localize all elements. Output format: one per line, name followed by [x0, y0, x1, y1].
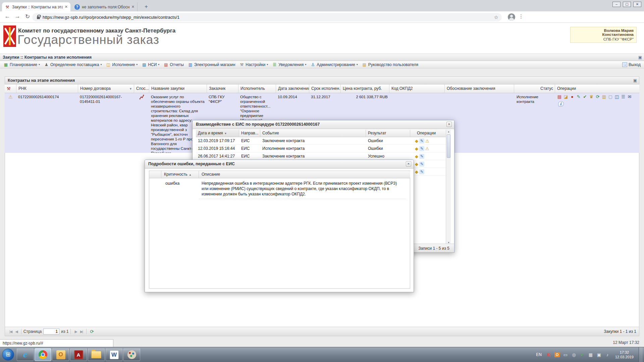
column-header-description[interactable]: Описание [199, 171, 410, 178]
taskbar-paint[interactable] [123, 348, 140, 361]
cell-result[interactable]: Ошибки [366, 145, 410, 153]
vertical-scrollbar[interactable]: ▲ ▼ [446, 130, 451, 244]
column-header-rnk[interactable]: РНК [16, 84, 78, 93]
cell-event[interactable]: Заключение контракта [260, 153, 366, 160]
document-edit-icon[interactable]: ✎ [419, 146, 424, 151]
column-header-executor[interactable]: Исполнитель [238, 84, 276, 93]
taskbar-internet-explorer[interactable]: e [17, 348, 34, 361]
cell-direction[interactable]: ЕИС [239, 145, 260, 153]
column-header-justification[interactable]: Обоснование заключения [445, 84, 514, 93]
scroll-down-icon[interactable]: ▼ [446, 241, 451, 244]
cell-event[interactable]: Исполнение контракта [260, 145, 366, 153]
taskbar-clock[interactable]: 17:32 12.03.2019 [615, 350, 634, 359]
close-window-button[interactable]: ✕ [633, 2, 641, 7]
column-header-okpd[interactable]: Код ОКПД2 [389, 84, 445, 93]
page-input[interactable] [43, 328, 59, 335]
cell-datetime[interactable]: 26.06.2017 14:41:27 [196, 153, 239, 160]
menu-user-manual[interactable]: ▤ Руководство пользователя [360, 61, 420, 68]
cell-datetime[interactable]: 12.03.2019 15:16:44 [196, 145, 239, 153]
taskbar-chrome[interactable] [35, 348, 51, 361]
outlook-tray-icon[interactable]: O [554, 352, 560, 357]
package-icon[interactable]: ◆ [415, 154, 418, 160]
edit-document-icon[interactable]: ✎ [576, 94, 581, 100]
prev-page-button[interactable]: ◀ [15, 329, 17, 334]
language-indicator[interactable]: EN [536, 352, 542, 357]
menu-eshop[interactable]: ▥ Электронный магазин [186, 61, 237, 68]
tab-contracts[interactable]: ⚒ Закупки :: Контракты на этапе и ✕ [2, 2, 70, 11]
start-button[interactable]: ⊞ [2, 349, 14, 361]
column-header-customer[interactable]: Заказчик [207, 84, 238, 93]
bookmark-star-icon[interactable]: ☆ [494, 14, 498, 20]
show-desktop-button[interactable] [639, 347, 643, 362]
column-header-name[interactable]: Название закупки [149, 84, 207, 93]
package-icon[interactable]: ◆ [415, 169, 418, 175]
column-header-method[interactable]: Спос... [134, 84, 149, 93]
cell-event[interactable]: Заключение контракта [260, 137, 366, 145]
column-header-deadline[interactable]: Срок исполнен... [309, 84, 341, 93]
minimize-button[interactable]: – [612, 2, 621, 7]
cell-severity[interactable]: ошибка [161, 178, 199, 186]
column-header-date[interactable]: Дата заключения [276, 84, 309, 93]
column-header-contract-number[interactable]: Номер договора▼ [78, 84, 134, 93]
document-icon[interactable]: ▢ [608, 94, 613, 100]
package-icon[interactable]: ◆ [415, 146, 418, 152]
last-page-button[interactable]: ▶| [80, 329, 83, 334]
column-header-status[interactable]: Статус [514, 84, 555, 93]
menu-execution[interactable]: ◫ Исполнение ▾ [104, 61, 140, 68]
menu-reports[interactable]: ▤ Отчеты [161, 61, 185, 68]
document-edit-icon[interactable]: ✎ [419, 138, 424, 143]
report-icon[interactable]: ▤ [557, 94, 562, 100]
menu-supplier-determination[interactable]: ♟ Определение поставщика ▾ [42, 61, 104, 68]
scroll-up-icon[interactable]: ▲ [446, 130, 451, 133]
display-icon[interactable]: ▦ [588, 352, 593, 357]
accept-icon[interactable]: ✔ [582, 94, 588, 100]
folder-icon[interactable]: ◪ [563, 94, 569, 100]
column-header-datetime[interactable]: Дата и время▼ [196, 130, 239, 137]
shutter-icon[interactable]: ◎ [571, 352, 577, 357]
menu-logout[interactable]: → Выход [620, 61, 643, 68]
column-header-price[interactable]: Цена контракта, руб. [341, 84, 389, 93]
taskbar-word[interactable]: W [106, 348, 122, 361]
kaspersky-icon[interactable]: K [546, 352, 551, 357]
column-header-result[interactable]: Результат [366, 130, 410, 137]
first-page-button[interactable]: |◀ [9, 329, 12, 334]
address-bar[interactable]: https://new.gz-spb.ru/#po/procedure/my/s… [32, 13, 502, 21]
cell-datetime[interactable]: 12.03.2019 17:09:17 [196, 137, 239, 145]
taskbar-adobe-reader[interactable]: A [70, 348, 87, 361]
printer-icon[interactable]: ▭ [563, 352, 568, 357]
cell-direction[interactable]: ЕИС [239, 137, 260, 145]
sync-icon[interactable]: ⟳ [595, 94, 600, 100]
package-icon[interactable]: ◆ [415, 162, 418, 168]
dialog-header[interactable]: Взаимодействие с ЕИС по процедуре 017220… [193, 120, 454, 129]
scrollbar-thumb[interactable] [447, 134, 450, 158]
panel-tool-icon[interactable]: ▣ [633, 78, 637, 83]
column-header-severity[interactable]: Критичность▲ [161, 171, 199, 178]
menu-notifications[interactable]: ☰ Уведомления ▾ [270, 61, 308, 68]
tab-close-icon[interactable]: ✕ [65, 5, 68, 9]
cell-direction[interactable]: ЕИС [239, 153, 260, 160]
document-edit-icon[interactable]: ✎ [419, 154, 424, 159]
cell-contract-number[interactable]: 0172200002614000167-0145411-01 [78, 93, 134, 153]
cell-status[interactable]: Исполнение контракта [514, 93, 555, 153]
close-icon[interactable]: ✕ [406, 161, 411, 167]
info-icon[interactable]: i [558, 101, 564, 107]
maximize-button[interactable]: ▢ [623, 2, 631, 7]
package-icon[interactable]: ◆ [415, 138, 418, 144]
taskbar-explorer[interactable] [88, 348, 105, 361]
browser-menu-icon[interactable]: ⋮ [519, 13, 524, 19]
new-tab-button[interactable]: + [142, 3, 150, 11]
menu-planning[interactable]: ▦ Планирование ▾ [1, 61, 42, 68]
tab-close-icon[interactable]: ✕ [131, 5, 135, 9]
url-text[interactable]: https://new.gz-spb.ru/#po/procedure/my/s… [43, 15, 494, 20]
list-document-icon[interactable]: ☰ [621, 94, 626, 100]
refresh-icon[interactable]: ⟳ [90, 329, 94, 334]
cell-result[interactable]: Успешно [366, 153, 410, 160]
warning-icon[interactable]: ⚠ [425, 146, 429, 152]
menu-settings[interactable]: ⚒ Настройки ▾ [237, 61, 270, 68]
cell-result[interactable]: Ошибки [366, 137, 410, 145]
column-header-operations[interactable]: Операции [555, 84, 639, 93]
menu-nsi[interactable]: ▤ НСИ ▾ [140, 61, 161, 68]
column-header-icon[interactable]: ⚒ [5, 84, 16, 93]
dialog-header[interactable]: Подробности ошибки, переданные с ЕИС ✕ [145, 160, 414, 169]
stop-icon[interactable]: ● [570, 94, 575, 100]
